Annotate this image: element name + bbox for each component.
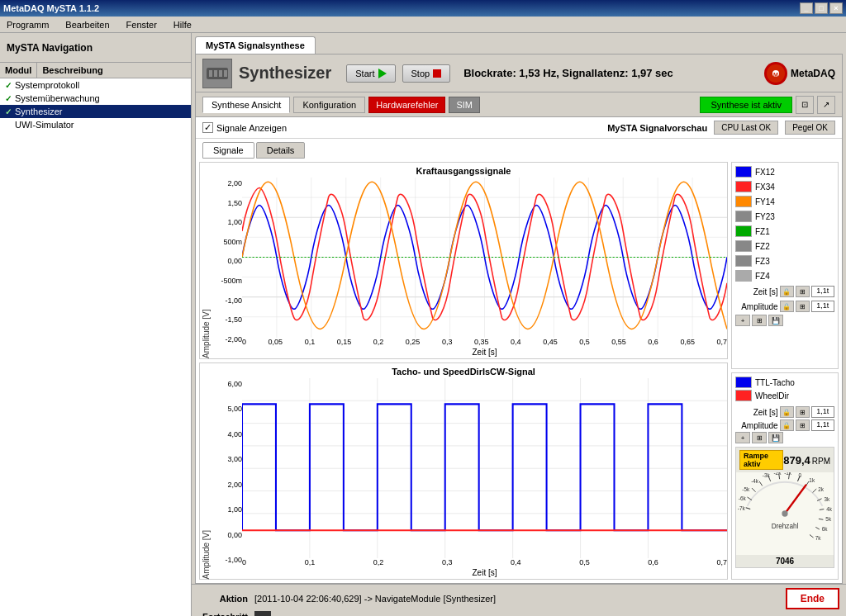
legend-color-fz1 [735, 225, 752, 237]
chart1-grid-btn[interactable]: ⊞ [752, 315, 767, 326]
status-bar: Aktion [2011-10-04 22:06:40,629] -> Navi… [192, 584, 846, 616]
tab-details[interactable]: Details [256, 142, 306, 159]
sidebar-item-synthesizer[interactable]: ✓ Synthesizer [0, 105, 191, 118]
cpu-button[interactable]: CPU Last OK [714, 121, 778, 135]
rpm-unit: RPM [812, 457, 830, 466]
chart2-grid-btn[interactable]: ⊞ [752, 432, 767, 443]
sidebar-col-modul[interactable]: Modul [0, 63, 37, 78]
tab-signale[interactable]: Signale [202, 142, 254, 159]
legend-fx12: FX12 [735, 166, 834, 178]
gauge-bottom-value: 7046 [736, 555, 834, 567]
main-toolbar: Synthesizer Start Stop Blockrate: 1,53 H… [196, 54, 842, 92]
right-column: FX12 FX34 FY14 FY23 [731, 162, 839, 580]
chart1-zeit-value[interactable]: 1,1t [811, 286, 834, 297]
start-button[interactable]: Start [346, 64, 395, 83]
tab-signalsynthese[interactable]: MySTA Signalsynthese [195, 36, 316, 54]
aktion-row: Aktion [2011-10-04 22:06:40,629] -> Navi… [198, 588, 839, 609]
synth-icon [202, 59, 232, 88]
chart2-yticks: 6,00 5,00 4,00 3,00 2,00 1,00 0,00 -1,00 [212, 378, 242, 579]
minimize-button[interactable]: _ [800, 2, 813, 14]
svg-text:7k: 7k [815, 535, 822, 541]
title-bar: MetaDAQ MySTA 1.1.2 _ □ × [0, 0, 846, 17]
preview-controls: MySTA Signalvorschau CPU Last OK Pegel O… [607, 121, 835, 135]
show-signals-checkbox-label[interactable]: ✓ Signale Anzeigen [202, 122, 287, 133]
chart2-inner: Amplitude [V] 6,00 5,00 4,00 3,00 2,00 1… [200, 378, 727, 579]
second-toolbar: Synthese Ansicht Konfiguration Hardwaref… [196, 92, 842, 117]
chart2-zeit-fit[interactable]: ⊞ [796, 406, 810, 418]
sidebar-item-systemprotokoll[interactable]: ✓ Systemprotokoll [0, 78, 191, 92]
menu-hilfe[interactable]: Hilfe [170, 18, 195, 31]
svg-text:1k: 1k [809, 477, 815, 483]
sidebar-item-systemueberwachung[interactable]: ✓ Systemüberwachung [0, 92, 191, 105]
app-title: MetaDAQ MySTA 1.1.2 [3, 3, 99, 13]
stop-button[interactable]: Stop [402, 64, 451, 83]
content-area: Synthesizer Start Stop Blockrate: 1,53 H… [195, 54, 843, 584]
chart2-svg [242, 378, 727, 558]
chart2-save-btn[interactable]: 💾 [768, 432, 783, 443]
chart1-amp-value[interactable]: 1,1t [811, 301, 834, 312]
close-button[interactable]: × [829, 2, 843, 14]
ende-button[interactable]: Ende [786, 588, 839, 609]
signals-header: ✓ Signale Anzeigen MySTA Signalvorschau … [196, 117, 842, 139]
window-icon-button-1[interactable]: ⊡ [796, 96, 814, 114]
maximize-button[interactable]: □ [815, 2, 828, 14]
legend-color-fy14 [735, 196, 752, 207]
chart2-amp-fit[interactable]: ⊞ [796, 419, 810, 431]
rampe-aktiv-indicator: Rampe aktiv [739, 450, 783, 470]
svg-rect-2 [214, 70, 217, 77]
chart2-amp-lock[interactable]: 🔒 [780, 419, 794, 431]
chart1-zeit-lock[interactable]: 🔒 [780, 286, 794, 297]
chart1-amp-fit[interactable]: ⊞ [796, 301, 810, 312]
chart1-amp-lock[interactable]: 🔒 [780, 301, 794, 312]
menu-programm[interactable]: Programm [3, 18, 52, 31]
svg-rect-3 [219, 70, 222, 77]
show-signals-checkbox[interactable]: ✓ [202, 122, 213, 133]
chart1-extra-controls: + ⊞ 💾 [735, 315, 834, 326]
svg-text:-7k: -7k [738, 506, 746, 512]
chart2-amp-value[interactable]: 1,1t [811, 419, 834, 431]
chart1-zeit-controls: Zeit [s] 🔒 ⊞ 1,1t [735, 286, 834, 297]
stop-icon [433, 69, 441, 78]
charts-area: Kraftausgangssignale Amplitude [V] 2,00 … [196, 159, 842, 583]
metadaq-logo: M MetaDAQ [764, 62, 835, 85]
chart2-plus-btn[interactable]: + [735, 432, 750, 443]
hardwarefehler-button[interactable]: Hardwarefehler [368, 97, 445, 113]
rpm-value: 879,4 [783, 454, 810, 467]
chart2-xticks: 0 0,1 0,2 0,3 0,4 0,5 0,6 0,7 [242, 558, 727, 568]
pegel-button[interactable]: Pegel OK [785, 121, 835, 135]
window-icon-button-2[interactable]: ↗ [817, 96, 835, 114]
chart1-plus-btn[interactable]: + [735, 315, 750, 326]
chart1-svg-container: 0 0,05 0,1 0,15 0,2 0,25 0,3 0,35 0,4 [242, 178, 727, 358]
svg-rect-4 [224, 70, 227, 77]
svg-text:0: 0 [798, 473, 801, 479]
legend-fx34: FX34 [735, 181, 834, 192]
svg-text:6k: 6k [822, 526, 829, 532]
tab-bar: MySTA Signalsynthese [192, 33, 846, 54]
legend-color-fz3 [735, 255, 752, 267]
menu-bearbeiten[interactable]: Bearbeiten [62, 18, 112, 31]
chart1-zeit-fit[interactable]: ⊞ [796, 286, 810, 297]
sidebar-item-uwi-simulator[interactable]: ✓ UWI-Simulator [0, 118, 191, 131]
menu-fenster[interactable]: Fenster [123, 18, 160, 31]
konfiguration-tab[interactable]: Konfiguration [293, 97, 365, 113]
gauge-header: Rampe aktiv 879,4 RPM [736, 448, 834, 472]
synthese-ansicht-tab[interactable]: Synthese Ansicht [202, 97, 290, 113]
play-icon [378, 69, 387, 78]
legend-ttl-tacho: TTL-Tacho [735, 377, 834, 388]
fortschritt-label: Fortschritt [198, 612, 248, 616]
chart2-title: Tacho- und SpeedDirIsCW-Signal [200, 363, 727, 378]
logo-gear-icon: M [764, 62, 787, 85]
window-controls[interactable]: _ □ × [800, 2, 843, 14]
svg-text:-4k: -4k [751, 478, 759, 484]
legend-color-fx34 [735, 181, 752, 192]
check-icon-systemprotokoll: ✓ [5, 81, 12, 90]
check-icon-synthesizer: ✓ [5, 107, 12, 116]
check-icon-uwi: ✓ [5, 121, 12, 130]
svg-line-71 [815, 528, 820, 530]
chart2-zeit-value[interactable]: 1,1t [811, 406, 834, 418]
sim-button[interactable]: SIM [449, 97, 480, 113]
svg-rect-1 [209, 70, 212, 77]
chart1-save-btn[interactable]: 💾 [768, 315, 783, 326]
sidebar-col-beschreibung[interactable]: Beschreibung [37, 63, 107, 78]
chart2-zeit-lock[interactable]: 🔒 [780, 406, 794, 418]
